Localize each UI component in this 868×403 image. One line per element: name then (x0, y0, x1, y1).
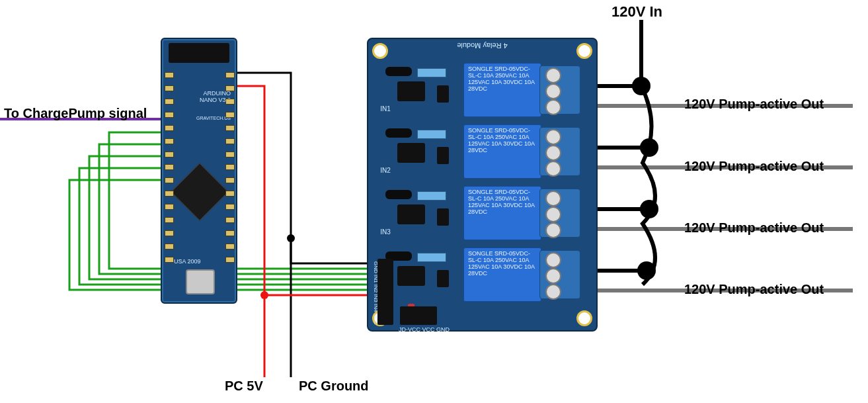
arduino-pins-right (225, 72, 233, 263)
relay-module-board: 4 Relay Module SONGLE SRD-05VDC-SL-C 10A… (367, 38, 598, 332)
node-hv-2 (640, 138, 658, 157)
label-out-2: 120V Pump-active Out (684, 159, 824, 174)
arduino-brand-text: ARDUINO NANO V3.0 (191, 91, 231, 104)
arduino-usb-port (186, 269, 215, 294)
label-pc-5v: PC 5V (225, 379, 263, 394)
wire-gnd-to-relay (291, 238, 372, 263)
arduino-bottom-text: USA 2009 (174, 259, 201, 265)
relay-resistor (417, 68, 446, 77)
terminal-screw (545, 83, 561, 99)
label-out-3: 120V Pump-active Out (684, 220, 824, 236)
label-out-4: 120V Pump-active Out (684, 282, 824, 297)
node-gnd (287, 234, 295, 242)
wire-in1 (109, 132, 372, 269)
relay-channel-2: SONGLE SRD-05VDC-SL-C 10A 250VAC 10A 125… (377, 120, 587, 181)
node-hv-4 (637, 261, 656, 280)
arduino-maker-text: GRAVITECH.US (191, 116, 231, 121)
relay-optocoupler (397, 81, 425, 101)
relay-diode (385, 67, 412, 76)
relay-mount-hole (576, 310, 592, 326)
label-out-1: 120V Pump-active Out (684, 97, 824, 112)
label-chargepump: To ChargePump signal (4, 106, 147, 121)
relay-pin-labels: GND IN1 IN2 IN3 IN4 VCC (371, 261, 379, 325)
relay-in-label: IN1 (379, 105, 392, 112)
relay-input-header (377, 259, 393, 325)
wire-gnd-from-nano (231, 73, 291, 377)
node-hv-1 (632, 77, 651, 95)
arduino-mcu-chip (171, 163, 229, 221)
node-5v (260, 291, 268, 299)
relay-mount-hole (372, 43, 388, 59)
relay-mount-hole (576, 43, 592, 59)
arduino-isp-header (169, 43, 229, 63)
relay-jdvcc-jumper (400, 306, 437, 325)
terminal-screw (545, 99, 561, 115)
relay-title: 4 Relay Module (368, 42, 596, 50)
arduino-pins-left (165, 72, 173, 263)
relay-terminal-block (539, 66, 580, 114)
label-pc-ground: PC Ground (299, 379, 369, 394)
relay-channel-3: SONGLE SRD-05VDC-SL-C 10A 250VAC 10A 125… (377, 182, 587, 243)
relay-channel-4: SONGLE SRD-05VDC-SL-C 10A 250VAC 10A 125… (377, 244, 587, 304)
relay-cube: SONGLE SRD-05VDC-SL-C 10A 250VAC 10A 125… (463, 63, 541, 117)
label-120v-in: 120V In (612, 3, 662, 21)
node-hv-3 (640, 200, 658, 218)
terminal-screw (545, 67, 561, 83)
relay-jumper-labels: JD-VCC VCC GND (399, 326, 450, 333)
relay-transistor (437, 85, 449, 103)
relay-channel-1: SONGLE SRD-05VDC-SL-C 10A 250VAC 10A 125… (377, 59, 587, 120)
arduino-nano-board: ARDUINO NANO V3.0 GRAVITECH.US USA 2009 (161, 38, 237, 304)
